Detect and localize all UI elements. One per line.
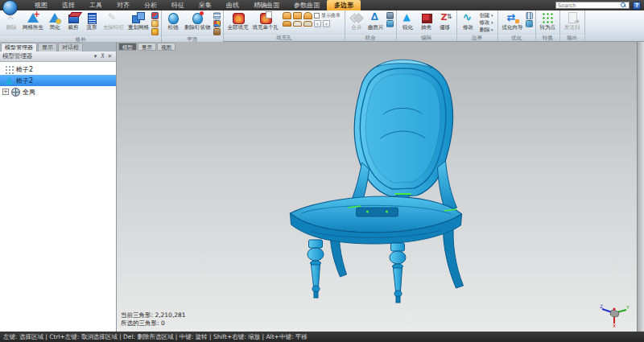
send-to-button[interactable]: 发送到 [563, 11, 582, 31]
optimize-wizard-button[interactable]: 优化向导 [501, 11, 525, 31]
mini-tool-icon[interactable] [386, 20, 394, 27]
despike-button[interactable]: 删除钉状物 [183, 11, 213, 31]
fill-mode-icon[interactable] [283, 21, 291, 27]
mini-tool-icon[interactable] [151, 28, 159, 35]
panel-tabs: 模型管理器 显示 对话框 [0, 42, 116, 52]
mini-tool-icon[interactable] [213, 28, 221, 35]
boundary-modify-button[interactable]: 修改 [460, 11, 477, 31]
decimate-button[interactable]: 简化 [46, 11, 64, 31]
offset-icon [439, 11, 452, 24]
mini-tool-icon[interactable] [526, 20, 533, 27]
panel-header: 模型管理器 ▾ ⊼ ✕ [0, 52, 116, 62]
search-input[interactable] [556, 2, 621, 9]
ribbon-group-label: 输出 [560, 34, 584, 41]
remesh-button[interactable]: 重划网格 [126, 11, 151, 31]
app-logo-button[interactable] [2, 0, 18, 15]
mesh-doctor-button[interactable]: 网格医生 [21, 11, 45, 31]
tree-item-label: 全局 [23, 88, 35, 97]
relax-button[interactable]: 松弛 [164, 11, 182, 31]
relax-icon [167, 11, 180, 24]
manifold-button[interactable]: 流形 [83, 11, 101, 31]
main-area: 模型管理器 显示 对话框 模型管理器 ▾ ⊼ ✕ 椅子2 椅子2 [0, 42, 644, 332]
chair-3d-model [117, 42, 637, 332]
defeature-button[interactable]: 去除特征 [101, 11, 126, 31]
next-hole-button[interactable]: › [323, 20, 330, 27]
mesh-doctor-icon [27, 11, 39, 24]
convert-to-points-button[interactable]: 转为点 [539, 11, 558, 31]
mini-tool-icon[interactable] [151, 12, 159, 19]
panel-pin-icon[interactable]: ⊼ [99, 53, 106, 60]
sharpen-icon [402, 11, 415, 24]
ribbon-group-combine: 合并 曲面片 联合 [345, 10, 397, 41]
menu-bar: 视图 选择 工具 对齐 分析 特征 采集 曲线 精确曲面 参数曲面 多边形 ? [0, 0, 644, 10]
sharpen-button[interactable]: 锐化 [399, 11, 417, 31]
fill-mode-icon[interactable] [293, 21, 302, 27]
repair-mini-tools [151, 11, 159, 35]
window-edge-strip [637, 42, 644, 332]
globe-icon [11, 88, 20, 97]
prev-hole-button[interactable]: ‹ [314, 20, 321, 27]
boundary-delete-item[interactable]: 删除 [480, 27, 493, 33]
tree-item-label: 椅子2 [16, 65, 33, 74]
axis-z-label: Z [600, 303, 603, 309]
tree-item-mesh-selected[interactable]: 椅子2 [0, 75, 116, 86]
axis-y-label: Y [625, 304, 630, 310]
send-to-icon [566, 11, 579, 24]
viewport-tabs: 模型 显示 视图 [118, 43, 175, 51]
tab-dialog[interactable]: 对话框 [58, 43, 83, 52]
fill-all-button[interactable]: 全部填充 [226, 11, 250, 31]
tab-display[interactable]: 显示 [38, 43, 57, 52]
viewport-tab[interactable]: 视图 [157, 43, 175, 51]
search-box[interactable] [555, 2, 630, 9]
shell-button[interactable]: 抽壳 [418, 11, 436, 31]
viewport-tab[interactable]: 显示 [138, 43, 156, 51]
menu-tab-align[interactable]: 对齐 [109, 0, 137, 10]
tree-item-pointcloud[interactable]: 椅子2 [0, 64, 116, 75]
offset-button[interactable]: 偏移 [436, 11, 454, 31]
bridge-flat-icon[interactable] [293, 12, 302, 19]
mini-tool-icon[interactable] [526, 12, 533, 19]
fill-all-icon [232, 11, 245, 24]
expand-icon[interactable]: + [2, 89, 9, 95]
axis-triad[interactable]: Z Y X [598, 299, 630, 328]
bridge-arch-icon[interactable] [283, 12, 291, 19]
boundary-create-item[interactable]: 创建 [480, 12, 493, 19]
tree-item-global[interactable]: + 全局 [0, 86, 116, 97]
menu-tab-select[interactable]: 选择 [55, 0, 82, 10]
fill-single-button[interactable]: 填充单个孔 [251, 11, 281, 31]
tree-item-label: 椅子2 [16, 76, 33, 85]
ribbon-group-label: 填充孔 [224, 34, 345, 41]
fill-mode-icon[interactable] [303, 21, 312, 27]
ribbon-group-label: 优化 [498, 34, 535, 41]
show-curvature-checkbox[interactable] [314, 13, 320, 19]
menu-tab-capture[interactable]: 采集 [192, 0, 219, 10]
menu-tab-features[interactable]: 特征 [164, 0, 192, 10]
menu-tab-analyze[interactable]: 分析 [137, 0, 164, 10]
patch-button[interactable]: 曲面片 [366, 11, 386, 31]
trim-button[interactable]: 裁剪 [64, 11, 82, 31]
menu-tab-view[interactable]: 视图 [27, 0, 55, 10]
viewport-tab[interactable]: 模型 [118, 43, 137, 51]
menu-tab-param-surface[interactable]: 参数曲面 [287, 0, 327, 10]
panel-collapse-icon[interactable]: ▾ [92, 53, 99, 60]
viewport-canvas[interactable]: 模型 显示 视图 [117, 42, 637, 332]
ribbon-group-convert: 转为点 转换 [536, 10, 561, 41]
mini-tool-icon[interactable] [151, 20, 159, 27]
boundary-menu: 创建 修改 删除 [478, 11, 495, 34]
mini-tool-icon[interactable] [213, 12, 221, 19]
menu-tab-tools[interactable]: 工具 [82, 0, 109, 10]
menu-tab-curves[interactable]: 曲线 [219, 0, 246, 10]
help-button[interactable]: ? [633, 2, 641, 10]
axis-x-label: X [613, 323, 616, 328]
tab-model-manager[interactable]: 模型管理器 [1, 43, 37, 52]
mini-tool-icon[interactable] [386, 12, 394, 19]
menu-tab-exact-surface[interactable]: 精确曲面 [246, 0, 287, 10]
bridge-curve-icon[interactable] [303, 12, 312, 19]
merge-button[interactable]: 合并 [348, 11, 365, 31]
menu-tab-polygons-active[interactable]: 多边形 [327, 0, 361, 10]
panel-close-icon[interactable]: ✕ [106, 53, 114, 60]
mini-tool-icon[interactable] [213, 20, 221, 27]
boundary-modify-item[interactable]: 修改 [480, 19, 493, 26]
ribbon-group-optimize: 优化向导 优化 [498, 10, 536, 41]
ribbon-group-edit: 锐化 抽壳 偏移 编辑 [397, 10, 457, 41]
